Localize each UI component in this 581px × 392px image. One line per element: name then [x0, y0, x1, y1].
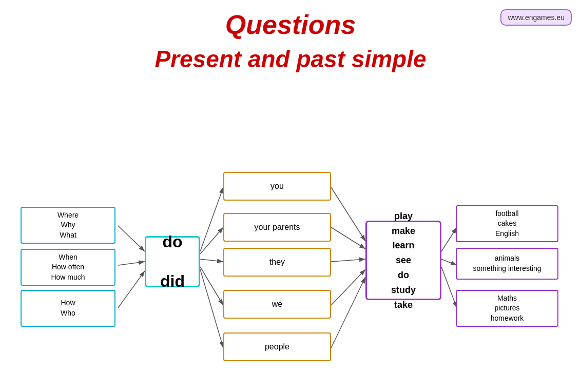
right-box-maths: Maths pictures homework — [456, 290, 558, 327]
svg-line-9 — [331, 187, 365, 241]
svg-line-3 — [118, 271, 145, 308]
verb-box: play make learn see do study take — [365, 221, 441, 300]
left-box-where: Where Why What — [21, 207, 115, 244]
subject-we: we — [223, 290, 331, 319]
svg-line-12 — [331, 269, 365, 305]
right-box-football: football cakes English — [456, 205, 558, 242]
left-box-when: When How often How much — [21, 249, 115, 286]
website-badge: www.engames.eu — [500, 9, 572, 26]
subject-they: they — [223, 248, 331, 277]
page-subtitle: Present and past simple — [0, 45, 581, 73]
right-box-animals: animals something interesting — [456, 248, 558, 280]
svg-line-10 — [331, 227, 365, 249]
svg-line-2 — [118, 262, 145, 265]
page-title: Questions — [0, 0, 581, 40]
subject-people: people — [223, 332, 331, 361]
svg-line-1 — [118, 226, 145, 251]
svg-line-13 — [331, 277, 365, 348]
subject-your-parents: your parents — [223, 213, 331, 242]
svg-line-6 — [200, 259, 223, 262]
svg-line-16 — [441, 267, 457, 308]
svg-line-11 — [331, 259, 365, 262]
svg-line-8 — [200, 269, 223, 348]
svg-line-14 — [441, 227, 457, 251]
svg-line-15 — [441, 259, 457, 265]
svg-line-7 — [200, 267, 223, 305]
svg-line-4 — [200, 187, 223, 251]
svg-line-5 — [200, 227, 223, 254]
subject-you: you — [223, 172, 331, 201]
left-box-how: How Who — [21, 290, 115, 327]
do-did-box: do did — [145, 236, 200, 287]
